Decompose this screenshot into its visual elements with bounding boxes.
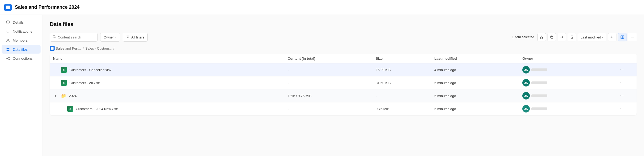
sidebar-item-connections[interactable]: Connections [2, 54, 41, 63]
col-header-modified: Last modified [431, 54, 519, 63]
owner-name [531, 107, 547, 110]
sidebar-item-members[interactable]: Members [2, 36, 41, 45]
sidebar-item-data-files[interactable]: Data files [2, 45, 41, 54]
col-header-name: Name [50, 54, 285, 63]
all-filters-button[interactable]: All filters [123, 33, 148, 42]
breadcrumb-logo [50, 46, 55, 51]
chevron-down-icon: ▾ [115, 36, 117, 39]
app-title: Sales and Performance 2024 [15, 5, 80, 10]
folder-icon: 📁 [61, 93, 66, 98]
table-row[interactable]: X Customers - All.xlsx - 31.50 KiB 6 min… [50, 76, 637, 89]
file-content: - [285, 63, 373, 76]
svg-rect-4 [7, 48, 8, 49]
expand-button[interactable]: ▾ [53, 93, 58, 98]
sort-direction-button[interactable] [608, 33, 616, 41]
sort-chevron-icon: ▾ [602, 36, 603, 39]
sort-button[interactable]: Last modified ▾ [578, 33, 606, 41]
file-size: 16.29 KiB [373, 63, 431, 76]
filter-icon [126, 35, 130, 39]
svg-line-11 [7, 58, 8, 58]
owner-avatar: JK [522, 66, 530, 73]
breadcrumb-sep-2: / [113, 46, 114, 50]
file-name-cell: X Customers - Cancelled.xlsx [53, 67, 281, 73]
file-name: Customers - 2024 New.xlsx [76, 107, 118, 111]
sidebar-item-notifications[interactable]: Notifications [2, 27, 41, 36]
owner-avatar: JK [522, 79, 530, 86]
app-header: Sales and Performance 2024 [0, 0, 644, 15]
svg-rect-30 [622, 36, 624, 37]
breadcrumb-root-label: Sales and Perf... [56, 46, 81, 50]
breadcrumb-sub-label: Sales - Custom... [85, 46, 112, 50]
search-input[interactable] [58, 35, 95, 39]
svg-point-8 [6, 58, 7, 59]
sidebar-label-members: Members [13, 38, 28, 42]
list-view-button[interactable] [628, 33, 637, 41]
file-size: 9.76 MiB [373, 102, 431, 115]
row-more-button[interactable]: ··· [610, 66, 633, 73]
delete-button[interactable] [568, 33, 576, 41]
svg-point-3 [7, 39, 8, 40]
svg-rect-29 [621, 36, 622, 37]
row-more-button[interactable]: ··· [610, 92, 633, 99]
file-content: - [285, 102, 373, 115]
search-icon [53, 35, 56, 39]
col-header-size: Size [373, 54, 431, 63]
file-name-cell: ▾ 📁 2024 [53, 93, 281, 98]
file-modified: 6 minutes ago [431, 89, 519, 102]
col-header-actions [607, 54, 637, 63]
svg-point-19 [542, 37, 543, 38]
table-row[interactable]: X Customers - 2024 New.xlsx - 9.76 MiB 5… [50, 102, 637, 115]
owner-avatar: JK [522, 105, 530, 112]
search-box[interactable] [50, 33, 98, 42]
col-header-content: Content (in total) [285, 54, 373, 63]
sidebar-item-details[interactable]: Details [2, 18, 41, 27]
logo-inner [6, 6, 10, 9]
svg-line-20 [541, 36, 542, 38]
breadcrumb-sub[interactable]: Sales - Custom... [85, 46, 112, 50]
datafiles-icon [6, 47, 10, 51]
svg-rect-7 [8, 50, 9, 51]
svg-rect-31 [621, 37, 622, 38]
file-name: Customers - All.xlsx [69, 81, 100, 85]
owner-filter-label: Owner [104, 35, 114, 39]
sidebar-label-data-files: Data files [13, 47, 28, 51]
svg-rect-5 [8, 48, 9, 49]
svg-point-9 [9, 57, 10, 58]
connections-icon [6, 56, 10, 60]
file-size: - [373, 89, 431, 102]
table-body: X Customers - Cancelled.xlsx - 16.29 KiB… [50, 63, 637, 115]
row-more-button[interactable]: ··· [610, 79, 633, 86]
toolbar: Owner ▾ All filters 1 item selected [50, 33, 637, 42]
breadcrumb-root[interactable]: Sales and Perf... [50, 46, 81, 51]
svg-line-14 [55, 37, 56, 38]
selected-count-label: 1 item selected [512, 35, 534, 39]
svg-rect-32 [622, 37, 624, 38]
row-more-button[interactable]: ··· [610, 105, 633, 112]
xlsx-file-icon: X [61, 80, 67, 86]
xlsx-file-icon: X [61, 67, 67, 73]
bell-icon [6, 29, 10, 33]
table-row[interactable]: ▾ 📁 2024 1 file / 9.76 MiB - 6 minutes a… [50, 89, 637, 102]
svg-point-10 [9, 59, 10, 60]
file-modified: 6 minutes ago [431, 76, 519, 89]
app-body: Details Notifications Members Data files… [0, 15, 644, 156]
file-name-cell: X Customers - 2024 New.xlsx [59, 106, 281, 112]
breadcrumb: Sales and Perf... / Sales - Custom... / [50, 46, 637, 51]
cut-button[interactable] [537, 33, 546, 41]
sidebar: Details Notifications Members Data files… [0, 15, 42, 156]
owner-filter-button[interactable]: Owner ▾ [100, 33, 120, 42]
owner-name [531, 94, 547, 97]
move-button[interactable] [558, 33, 566, 41]
sidebar-label-details: Details [13, 20, 24, 24]
file-name: Customers - Cancelled.xlsx [69, 68, 111, 72]
table-row[interactable]: X Customers - Cancelled.xlsx - 16.29 KiB… [50, 63, 637, 76]
file-size: 31.50 KiB [373, 76, 431, 89]
grid-view-button[interactable] [618, 33, 627, 41]
table-header: Name Content (in total) Size Last modifi… [50, 54, 637, 63]
owner-name [531, 68, 547, 71]
file-content: - [285, 76, 373, 89]
svg-rect-6 [7, 50, 8, 51]
owner-name [531, 81, 547, 84]
copy-button[interactable] [548, 33, 556, 41]
members-icon [6, 38, 10, 42]
